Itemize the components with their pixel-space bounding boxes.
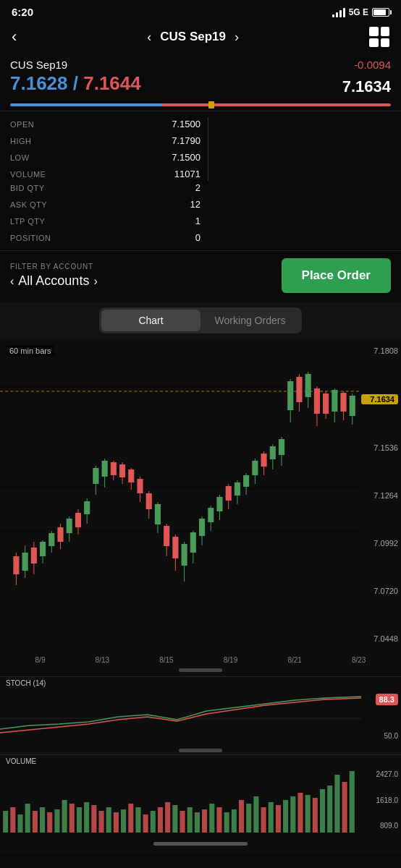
tab-working-orders[interactable]: Working Orders xyxy=(200,310,300,331)
svg-rect-41 xyxy=(155,504,161,524)
stats-right-col: BID QTY 2 ASK QTY 12 LTP QTY 1 POSITION … xyxy=(10,181,200,244)
status-time: 6:20 xyxy=(12,6,33,18)
svg-rect-45 xyxy=(172,537,178,558)
stat-open-value: 7.1500 xyxy=(172,119,200,129)
prev-account-button[interactable]: ‹ xyxy=(10,275,14,288)
svg-rect-100 xyxy=(98,811,104,833)
status-bar: 6:20 5G E xyxy=(0,0,401,21)
home-indicator xyxy=(0,833,401,854)
candlestick-chart xyxy=(0,339,361,650)
svg-rect-93 xyxy=(47,812,52,833)
place-order-button[interactable]: Place Order xyxy=(282,258,391,293)
svg-rect-77 xyxy=(314,388,320,414)
svg-rect-110 xyxy=(172,805,177,833)
stat-ask-qty-label: ASK QTY xyxy=(10,200,47,209)
stat-volume-label: VOLUME xyxy=(10,170,46,179)
chart-section: Chart Working Orders 60 min bars xyxy=(0,302,401,833)
svg-rect-115 xyxy=(209,804,214,833)
svg-rect-91 xyxy=(33,811,38,833)
stat-high-value: 7.1790 xyxy=(172,135,200,146)
y-label-2: 7.0448 xyxy=(361,634,398,643)
stat-ltp-qty-value: 1 xyxy=(195,216,200,226)
svg-rect-81 xyxy=(332,390,337,412)
stat-volume-value: 11071 xyxy=(174,169,200,179)
nav-header: ‹ ‹ CUS Sep19 › xyxy=(0,21,401,53)
x-label-3: 8/19 xyxy=(224,656,237,664)
svg-rect-114 xyxy=(202,809,207,833)
volume-label: VOLUME xyxy=(0,755,401,767)
svg-rect-35 xyxy=(128,469,134,482)
svg-rect-131 xyxy=(327,786,332,833)
svg-rect-119 xyxy=(239,800,244,833)
stoch-chart xyxy=(0,689,361,747)
svg-rect-111 xyxy=(180,811,185,833)
stats-grid: OPEN 7.1500 HIGH 7.1790 LOW 7.1500 VOLUM… xyxy=(0,111,401,250)
svg-rect-47 xyxy=(182,544,187,566)
svg-rect-101 xyxy=(106,807,111,833)
svg-rect-132 xyxy=(334,775,339,833)
account-selector[interactable]: ‹ All Accounts › xyxy=(10,273,98,289)
volume-y-top: 2427.0 xyxy=(363,770,398,778)
main-chart-canvas[interactable]: 60 min bars xyxy=(0,339,361,650)
grid-menu-button[interactable] xyxy=(369,27,389,47)
price-symbol: CUS Sep19 xyxy=(10,59,67,71)
svg-rect-117 xyxy=(224,812,229,833)
chart-area: 60 min bars xyxy=(0,339,401,650)
stat-bid-qty-label: BID QTY xyxy=(10,184,45,192)
svg-rect-71 xyxy=(287,381,293,410)
stoch-scroll-handle[interactable] xyxy=(179,749,222,752)
x-label-2: 8/15 xyxy=(159,656,173,664)
price-bar-marker xyxy=(208,101,214,109)
stoch-canvas xyxy=(0,689,361,747)
svg-rect-112 xyxy=(187,807,193,833)
svg-rect-51 xyxy=(199,519,205,536)
stat-bid-qty-value: 2 xyxy=(195,182,200,193)
svg-rect-122 xyxy=(261,807,266,833)
chart-timeframe-label: 60 min bars xyxy=(6,345,54,357)
x-label-0: 8/9 xyxy=(35,656,46,664)
chart-y-axis: 7.1808 7.1634 7.1536 7.1264 7.0992 7.072… xyxy=(361,339,401,650)
svg-rect-105 xyxy=(135,807,140,833)
stat-bid-qty: BID QTY 2 xyxy=(10,181,200,195)
nav-center: ‹ CUS Sep19 › xyxy=(147,30,239,45)
back-button[interactable]: ‹ xyxy=(12,27,17,46)
nav-title: CUS Sep19 xyxy=(160,30,226,44)
y-label-5: 7.1264 xyxy=(361,491,398,500)
svg-rect-118 xyxy=(232,809,237,833)
volume-y-mid: 1618.0 xyxy=(363,796,398,804)
svg-rect-99 xyxy=(91,805,96,833)
price-change: -0.0094 xyxy=(354,59,391,71)
stat-ltp-qty-label: LTP QTY xyxy=(10,217,45,226)
y-label-3: 7.0720 xyxy=(361,587,398,595)
y-label-ltp: 7.1634 xyxy=(361,394,398,404)
svg-rect-88 xyxy=(10,807,15,833)
x-axis: 8/9 8/13 8/15 8/19 8/21 8/23 xyxy=(0,653,401,667)
svg-rect-11 xyxy=(22,553,28,571)
svg-rect-126 xyxy=(290,796,295,833)
svg-rect-25 xyxy=(84,501,90,514)
svg-rect-13 xyxy=(31,548,37,563)
stat-low-value: 7.1500 xyxy=(172,152,200,163)
svg-rect-87 xyxy=(3,811,8,833)
next-account-button[interactable]: › xyxy=(93,275,97,288)
stat-ask-qty: ASK QTY 12 xyxy=(10,197,200,211)
grid-cell-2 xyxy=(381,27,390,36)
x-axis-container: 8/9 8/13 8/15 8/19 8/21 8/23 xyxy=(0,650,401,676)
stat-ask-qty-value: 12 xyxy=(190,199,200,210)
ltp-price: 7.1634 xyxy=(342,77,391,96)
svg-rect-65 xyxy=(261,454,267,467)
network-type: 5G E xyxy=(349,7,368,17)
y-label-7: 7.1808 xyxy=(361,346,398,355)
signal-bars-icon xyxy=(332,7,345,17)
svg-rect-75 xyxy=(305,374,311,397)
x-scroll-handle[interactable] xyxy=(179,668,222,672)
stat-low: LOW 7.1500 xyxy=(10,150,200,164)
bid-price: 7.1628 xyxy=(10,72,68,94)
next-symbol-button[interactable]: › xyxy=(235,30,239,45)
prev-symbol-button[interactable]: ‹ xyxy=(147,30,151,45)
svg-rect-73 xyxy=(296,377,302,402)
svg-rect-17 xyxy=(48,533,54,546)
stats-divider xyxy=(208,117,208,181)
stoch-mid-label: 50.0 xyxy=(384,732,398,740)
tab-chart[interactable]: Chart xyxy=(101,310,200,331)
